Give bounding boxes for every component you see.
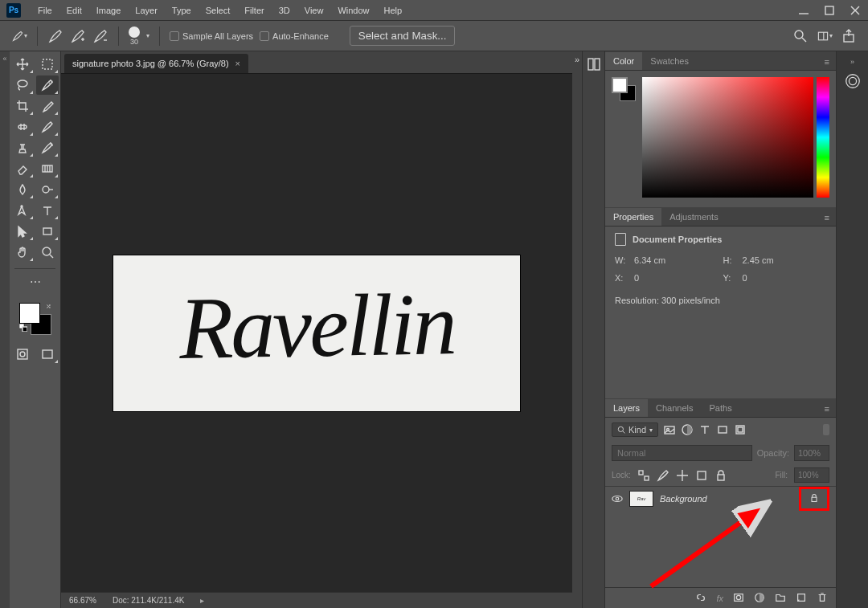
properties-tab[interactable]: Properties <box>605 208 661 226</box>
color-tab[interactable]: Color <box>605 52 642 70</box>
menu-edit[interactable]: Edit <box>59 6 89 15</box>
menu-image[interactable]: Image <box>89 6 129 15</box>
search-icon[interactable] <box>792 28 809 44</box>
opacity-input[interactable]: 100% <box>794 445 829 461</box>
color-hue-strip[interactable] <box>817 77 829 198</box>
menu-select[interactable]: Select <box>199 6 238 15</box>
eraser-tool[interactable] <box>11 159 34 178</box>
layers-tab[interactable]: Layers <box>605 399 648 417</box>
layer-style-icon[interactable]: fx <box>716 594 723 603</box>
new-layer-icon[interactable] <box>796 592 807 605</box>
clone-stamp-tool[interactable] <box>11 138 34 157</box>
swap-colors-icon[interactable]: ⤭ <box>46 303 51 310</box>
filter-toggle[interactable] <box>823 424 829 435</box>
auto-enhance-checkbox[interactable]: Auto-Enhance <box>260 31 329 41</box>
creative-cloud-icon[interactable] <box>844 72 862 92</box>
menu-layer[interactable]: Layer <box>128 6 165 15</box>
canvas[interactable]: Ravellin <box>113 255 520 411</box>
quick-mask-mode[interactable] <box>11 345 34 364</box>
color-panel-fg-swatch[interactable] <box>612 77 628 93</box>
share-icon[interactable] <box>841 28 857 44</box>
menu-3d[interactable]: 3D <box>272 6 297 15</box>
document-tab[interactable]: signature photo 3.jpg @ 66.7% (Gray/8) × <box>64 54 248 73</box>
lock-position-icon[interactable] <box>676 469 689 482</box>
screen-mode[interactable] <box>37 345 59 364</box>
layer-row-background[interactable]: Rav Background <box>605 486 836 510</box>
foreground-background-colors[interactable]: ⤭ <box>19 303 51 335</box>
menu-filter[interactable]: Filter <box>237 6 271 15</box>
blend-mode-dropdown[interactable]: Normal <box>612 445 752 461</box>
layer-visibility-icon[interactable] <box>612 493 623 504</box>
paths-tab[interactable]: Paths <box>702 399 740 417</box>
menu-file[interactable]: File <box>31 6 59 15</box>
window-minimize-button[interactable] <box>797 4 810 17</box>
close-tab-icon[interactable]: × <box>235 59 240 68</box>
canvas-area[interactable]: Ravellin <box>61 74 572 592</box>
lock-artboard-icon[interactable] <box>695 469 708 482</box>
lock-pixels-icon[interactable] <box>657 469 669 482</box>
hand-tool[interactable] <box>11 243 34 262</box>
window-close-button[interactable] <box>849 4 862 17</box>
filter-type-icon[interactable] <box>698 423 711 436</box>
tool-more-icon[interactable]: ⋯ <box>11 275 59 288</box>
expand-cc-icon[interactable]: » <box>850 58 854 66</box>
subtract-selection-icon[interactable] <box>92 28 108 44</box>
menu-type[interactable]: Type <box>165 6 199 15</box>
layer-thumbnail[interactable]: Rav <box>629 491 653 507</box>
workspace-switcher-icon[interactable]: ▾ <box>817 28 833 44</box>
zoom-tool[interactable] <box>36 243 59 262</box>
quick-selection-tool[interactable] <box>36 75 59 95</box>
right-expand-gutter[interactable]: » <box>572 51 582 608</box>
menu-help[interactable]: Help <box>377 6 410 15</box>
brush-tool[interactable] <box>36 117 59 137</box>
rectangle-tool[interactable] <box>36 222 59 241</box>
doc-size[interactable]: Doc: 211.4K/211.4K <box>113 596 185 605</box>
collapsed-panel-icon[interactable] <box>586 56 602 72</box>
blur-tool[interactable] <box>11 180 34 199</box>
brush-preset-picker[interactable]: 30 <box>129 27 140 46</box>
lock-transparency-icon[interactable] <box>637 469 650 482</box>
default-colors-icon[interactable] <box>19 324 27 333</box>
dodge-tool[interactable] <box>36 180 59 199</box>
adjustment-layer-icon[interactable] <box>754 592 765 605</box>
color-saturation-box[interactable] <box>642 77 813 198</box>
path-selection-tool[interactable] <box>11 222 34 241</box>
healing-brush-tool[interactable] <box>11 117 34 137</box>
move-tool[interactable] <box>11 55 34 74</box>
filter-pixel-icon[interactable] <box>663 423 676 436</box>
select-and-mask-button[interactable]: Select and Mask... <box>350 26 456 46</box>
color-panel-menu-icon[interactable]: ≡ <box>818 54 836 70</box>
left-expand-gutter[interactable]: « <box>0 51 10 608</box>
crop-tool[interactable] <box>11 96 34 116</box>
adjustments-tab[interactable]: Adjustments <box>661 208 727 226</box>
fill-input[interactable]: 100% <box>794 467 829 483</box>
delete-layer-icon[interactable] <box>817 592 828 605</box>
gradient-tool[interactable] <box>36 159 59 178</box>
filter-shape-icon[interactable] <box>716 423 729 436</box>
window-maximize-button[interactable] <box>823 4 836 17</box>
sample-all-layers-checkbox[interactable]: Sample All Layers <box>170 31 253 41</box>
zoom-level[interactable]: 66.67% <box>69 596 96 605</box>
filter-adjustment-icon[interactable] <box>681 423 694 436</box>
marquee-tool[interactable] <box>36 55 59 74</box>
add-selection-icon[interactable] <box>70 28 86 44</box>
layer-name[interactable]: Background <box>660 494 792 504</box>
lasso-tool[interactable] <box>11 75 34 95</box>
type-tool[interactable] <box>36 201 59 220</box>
history-brush-tool[interactable] <box>36 138 59 157</box>
color-panel-swatches[interactable] <box>612 77 636 101</box>
channels-tab[interactable]: Channels <box>648 399 701 417</box>
current-tool-icon[interactable]: ▾ <box>11 28 27 44</box>
properties-panel-menu-icon[interactable]: ≡ <box>818 210 836 226</box>
filter-smart-icon[interactable] <box>734 423 747 436</box>
pen-tool[interactable] <box>11 201 34 220</box>
layer-filter-kind-dropdown[interactable]: Kind▾ <box>612 422 658 437</box>
eyedropper-tool[interactable] <box>36 96 59 116</box>
new-selection-icon[interactable] <box>47 28 63 44</box>
foreground-color-swatch[interactable] <box>19 303 40 324</box>
layer-locked-icon[interactable] <box>809 492 819 504</box>
lock-all-icon[interactable] <box>714 469 727 482</box>
new-group-icon[interactable] <box>775 592 786 605</box>
swatches-tab[interactable]: Swatches <box>642 52 697 70</box>
link-layers-icon[interactable] <box>695 592 706 605</box>
